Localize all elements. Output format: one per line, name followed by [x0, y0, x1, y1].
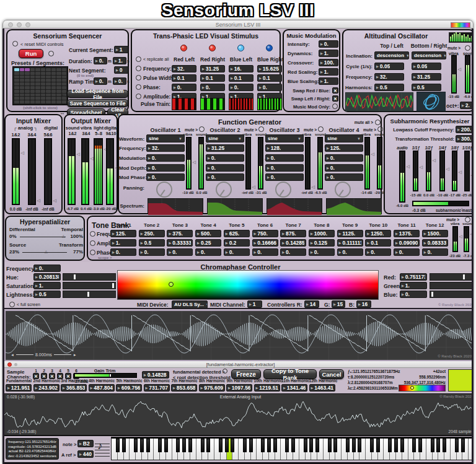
threshold-numbox[interactable]: ▶300. — [456, 135, 474, 142]
osc-vibra-meter[interactable]: ◁ — [305, 137, 311, 190]
tone-phase-numbox[interactable]: ▶0. — [394, 248, 420, 256]
saturation-slider[interactable] — [63, 282, 116, 289]
tone-amplitude-numbox[interactable]: ▶0.166667 — [252, 239, 278, 247]
preset-cell[interactable] — [14, 72, 19, 75]
harmonic-value-numbox[interactable]: ▶1097.561 — [226, 384, 252, 392]
preset-cell[interactable] — [14, 82, 19, 85]
osc-mute-radio[interactable] — [377, 126, 383, 132]
preset-cell[interactable] — [51, 68, 56, 71]
tone-frequency-numbox[interactable]: ▶500. — [195, 230, 221, 237]
led-value-numbox[interactable]: ▶0. — [200, 84, 225, 91]
preset-cell[interactable] — [56, 76, 61, 79]
tone-phase-numbox[interactable]: ▶0. — [195, 248, 221, 256]
subharmonic-master-slider[interactable] — [412, 201, 469, 206]
preset-cell[interactable] — [20, 72, 25, 75]
osc-sound-meter[interactable]: ◁ — [198, 137, 204, 190]
tone-phase-numbox[interactable]: ▶0. — [422, 248, 448, 256]
piano-key-black[interactable] — [291, 439, 295, 452]
tone-amplitude-numbox[interactable]: ▶0.25 — [195, 239, 221, 247]
piano-key-black[interactable] — [201, 439, 205, 452]
harmonic-value-numbox[interactable]: ▶365.8537 — [61, 384, 87, 392]
preset-cell[interactable] — [25, 72, 30, 75]
preset-cell[interactable] — [30, 68, 35, 71]
harmonic-value-numbox[interactable]: ▶609.7561 — [116, 384, 142, 392]
input-meter[interactable]: ◁ — [44, 138, 52, 205]
inclination-dropdown[interactable]: descension▼ — [412, 51, 446, 59]
meter-handle-icon[interactable]: ◁ — [407, 165, 410, 168]
piano-key-black[interactable] — [134, 439, 138, 452]
preset-cell[interactable] — [25, 86, 30, 89]
tone-amplitude-numbox[interactable]: ▶0.5 — [139, 239, 165, 247]
alt-value-numbox[interactable]: ▶0.5 — [412, 84, 441, 91]
tone-amplitude-numbox[interactable]: ▶0.083333 — [422, 239, 448, 247]
preset-cell[interactable] — [35, 76, 40, 79]
tone-amplitude-numbox[interactable]: ▶1. — [110, 239, 136, 247]
osc-mod-depth-numbox[interactable]: ▶0. — [146, 164, 185, 172]
piano-key-black[interactable] — [176, 439, 180, 452]
tb-vibra-meter[interactable]: ◁ — [452, 226, 458, 252]
tone-amplitude-numbox[interactable]: ▶0.142857 — [280, 239, 306, 247]
osc-modulation-numbox[interactable]: ▶0. — [325, 154, 363, 162]
preset-cell[interactable] — [14, 97, 19, 100]
preset-cell[interactable] — [41, 79, 46, 82]
piano-key-black[interactable] — [267, 439, 271, 452]
music-mod-only-radio[interactable] — [332, 103, 338, 109]
tone-frequency-numbox[interactable]: ▶1000. — [309, 230, 335, 237]
piano-key-black[interactable] — [358, 439, 361, 452]
midi-channel-numbox[interactable]: ▶1 — [247, 300, 262, 308]
led-value-numbox[interactable]: ▶0. — [257, 84, 282, 91]
led-value-numbox[interactable]: ▶0.1 — [200, 74, 225, 82]
harmonic-value-numbox[interactable]: ▶1341.463 — [281, 384, 307, 392]
preset-cell[interactable] — [46, 86, 51, 89]
preset-cell[interactable] — [62, 86, 67, 89]
preset-cell[interactable] — [51, 79, 56, 82]
harmonic-value-numbox[interactable]: ▶243.9024 — [33, 384, 60, 392]
tone-frequency-numbox[interactable]: ▶375. — [167, 230, 193, 237]
tone-frequency-numbox[interactable]: ▶1125. — [337, 230, 363, 237]
piano-key-black[interactable] — [261, 439, 265, 452]
mm-field-numbox[interactable]: ▶1. — [319, 68, 338, 76]
gain-trim-slider[interactable] — [74, 373, 137, 378]
tone-amplitude-numbox[interactable]: ▶0.125 — [309, 239, 335, 247]
tone-frequency-numbox[interactable]: ▶125. — [110, 230, 136, 237]
preset-cell[interactable] — [25, 68, 30, 71]
harmonic-value-numbox[interactable]: ▶1219.512 — [254, 384, 280, 392]
osc-frequency-numbox[interactable]: ▶128. — [265, 144, 304, 152]
green-slider[interactable] — [430, 282, 474, 289]
piano-key-black[interactable] — [182, 439, 186, 452]
preset-cell[interactable] — [35, 90, 40, 93]
piano-key-black[interactable] — [418, 439, 422, 452]
preset-cell[interactable] — [51, 82, 56, 85]
preset-cell[interactable] — [30, 94, 35, 97]
piano-key-black[interactable] — [188, 439, 192, 452]
preset-cell[interactable] — [14, 68, 19, 71]
tone-frequency-numbox[interactable]: ▶1250. — [365, 230, 391, 237]
alt-mute-radio[interactable] — [465, 45, 470, 51]
harmonic-value-numbox[interactable]: ▶853.6585 — [171, 384, 197, 392]
mm-field-numbox[interactable]: ▶0. — [319, 40, 338, 48]
led-value-numbox[interactable]: ▶0.1 — [257, 74, 282, 82]
preset-cell[interactable] — [35, 82, 40, 85]
preset-cell[interactable] — [30, 79, 35, 82]
piano-key-black[interactable] — [370, 439, 374, 452]
tb-sound-meter[interactable]: ◁ — [464, 226, 469, 252]
preset-cell[interactable] — [20, 90, 25, 93]
alt-sound-meter[interactable]: ◁ — [465, 55, 470, 94]
cancel-button[interactable]: Cancel — [319, 369, 344, 379]
osc-sound-meter[interactable]: ◁ — [377, 137, 382, 190]
preset-cell[interactable] — [20, 79, 25, 82]
preset-cell[interactable] — [41, 86, 46, 89]
preset-cell[interactable] — [20, 94, 25, 97]
preset-cell[interactable] — [25, 82, 30, 85]
green-numbox[interactable]: ▶1. — [400, 282, 427, 289]
red-slider-handle[interactable] — [463, 274, 465, 279]
tone-phase-numbox[interactable]: ▶0. — [110, 248, 136, 256]
piano-key-black[interactable] — [346, 439, 350, 452]
next-segment-numbox[interactable]: ▶0 — [114, 66, 128, 74]
piano-key-black[interactable] — [328, 439, 332, 452]
replicate-all-radio[interactable] — [136, 56, 141, 62]
panning-knob[interactable] — [335, 182, 351, 198]
preset-cell[interactable] — [25, 97, 30, 100]
preset-cell[interactable] — [41, 68, 46, 71]
freeze-button[interactable]: Freeze — [231, 369, 261, 379]
